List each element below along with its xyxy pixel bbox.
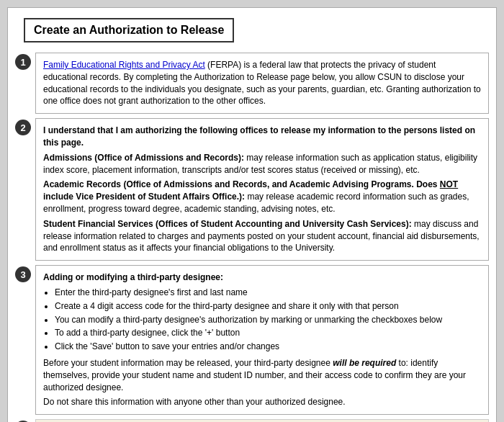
bullet-4: To add a third-party designee, click the… (55, 327, 481, 339)
academic-title: Academic Records (Office of Admissions a… (43, 179, 440, 189)
admissions-title: Admissions (Office of Admissions and Rec… (43, 153, 244, 163)
academic-not: NOT (440, 179, 458, 189)
warning-3: Do not share this information with anyon… (43, 396, 481, 408)
section-3-number: 3 (15, 266, 31, 282)
warning-bold: will be required (333, 358, 396, 368)
financial-para: Student Financial Services (Offices of S… (43, 218, 481, 254)
admissions-para: Admissions (Office of Admissions and Rec… (43, 152, 481, 176)
section-1: 1 Family Educational Rights and Privacy … (15, 53, 489, 114)
section-3: 3 Adding or modifying a third-party desi… (15, 265, 489, 415)
auth-header: Authorization to Release your Informatio… (35, 419, 489, 422)
warning-1: Before your student information may be r… (43, 358, 333, 368)
section-3-header: Adding or modifying a third-party design… (43, 271, 481, 284)
section-2-box: I understand that I am authorizing the f… (35, 118, 489, 261)
financial-title: Student Financial Services (Offices of S… (43, 219, 412, 229)
section-1-box: Family Educational Rights and Privacy Ac… (35, 53, 489, 114)
academic-para: Academic Records (Office of Admissions a… (43, 179, 481, 215)
section-4-content: Authorization to Release your Informatio… (35, 419, 489, 422)
section-2-intro: I understand that I am authorizing the f… (43, 125, 481, 149)
bullet-3: You can modify a third-party designee's … (55, 314, 481, 326)
section-3-box: Adding or modifying a third-party design… (35, 265, 489, 415)
bullet-1: Enter the third-party designee's first a… (55, 287, 481, 299)
bullet-5: Click the 'Save' button to save your ent… (55, 341, 481, 353)
warning-para: Before your student information may be r… (43, 357, 481, 393)
academic-title2: include Vice President of Student Affair… (43, 192, 245, 202)
section-2: 2 I understand that I am authorizing the… (15, 118, 489, 261)
ferpa-link[interactable]: Family Educational Rights and Privacy Ac… (43, 60, 205, 70)
section-2-number: 2 (15, 120, 31, 135)
section-4: 4 Authorization to Release your Informat… (15, 419, 489, 422)
page-title: Create an Authorization to Release (24, 18, 234, 42)
section-3-bullets: Enter the third-party designee's first a… (55, 287, 481, 353)
bullet-2: Create a 4 digit access code for the thi… (55, 300, 481, 313)
section-1-number: 1 (15, 54, 31, 70)
